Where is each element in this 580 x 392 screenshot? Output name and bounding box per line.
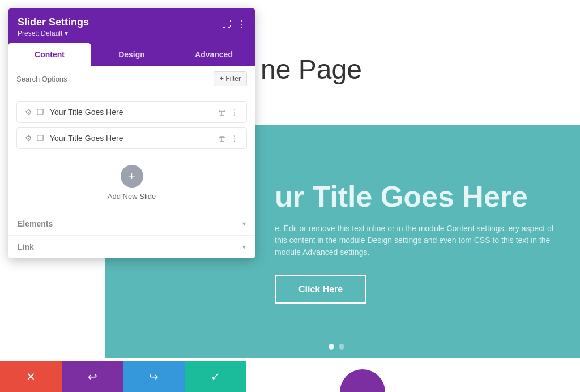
panel-title: Slider Settings <box>18 16 89 28</box>
slide-1-label: Your Title Goes Here <box>50 108 212 117</box>
delete-icon-2[interactable]: 🗑 <box>218 134 226 143</box>
page-title: ne Page <box>261 54 362 85</box>
slide-item-1: ⚙ ❐ Your Title Goes Here 🗑 ⋮ <box>16 101 247 123</box>
slides-list: ⚙ ❐ Your Title Goes Here 🗑 ⋮ ⚙ ❐ Your Ti… <box>8 92 255 154</box>
slide-2-left-icons: ⚙ ❐ <box>25 134 44 143</box>
slider-heading: ur Title Goes Here <box>275 180 528 214</box>
panel-preset[interactable]: Preset: Default ▾ <box>18 29 89 37</box>
panel-header-left: Slider Settings Preset: Default ▾ <box>18 16 89 37</box>
duplicate-icon-2[interactable]: ❐ <box>37 134 44 143</box>
duplicate-icon-1[interactable]: ❐ <box>37 108 44 117</box>
slide-2-right-icons: 🗑 ⋮ <box>218 134 238 143</box>
dot-1[interactable] <box>329 344 334 350</box>
confirm-button[interactable]: ✓ <box>185 361 246 392</box>
more-options-icon[interactable]: ⋮ <box>237 19 246 29</box>
slider-cta-button[interactable]: Click Here <box>275 275 366 304</box>
elements-chevron-icon: ▾ <box>242 220 246 228</box>
panel-header: Slider Settings Preset: Default ▾ ⛶ ⋮ <box>8 8 255 43</box>
redo-button[interactable]: ↪ <box>123 361 185 392</box>
tab-design[interactable]: Design <box>91 43 173 66</box>
panel-header-icons: ⛶ ⋮ <box>222 19 246 29</box>
resize-icon[interactable]: ⛶ <box>222 19 231 29</box>
search-input[interactable] <box>16 75 214 83</box>
tab-content[interactable]: Content <box>8 43 91 66</box>
filter-button[interactable]: + Filter <box>214 71 247 86</box>
panel-tabs: Content Design Advanced <box>8 43 255 66</box>
link-chevron-icon: ▾ <box>242 243 246 251</box>
more-icon-1[interactable]: ⋮ <box>231 108 238 117</box>
slider-body-text: e. Edit or remove this text inline or in… <box>275 223 557 258</box>
more-icon-2[interactable]: ⋮ <box>231 134 238 143</box>
section-link[interactable]: Link ▾ <box>8 235 255 258</box>
add-slide-area[interactable]: + Add New Slide <box>8 154 255 212</box>
slide-2-label: Your Title Goes Here <box>50 134 212 143</box>
slide-1-right-icons: 🗑 ⋮ <box>218 108 238 117</box>
tab-advanced[interactable]: Advanced <box>173 43 255 66</box>
undo-button[interactable]: ↩ <box>62 361 123 392</box>
settings-icon-2[interactable]: ⚙ <box>25 134 32 143</box>
slide-1-left-icons: ⚙ ❐ <box>25 108 44 117</box>
add-slide-icon: + <box>121 165 143 188</box>
add-slide-label: Add New Slide <box>108 192 156 201</box>
search-bar: + Filter <box>8 66 255 92</box>
cancel-button[interactable]: ✕ <box>0 361 62 392</box>
settings-icon-1[interactable]: ⚙ <box>25 108 32 117</box>
bottom-toolbar: ✕ ↩ ↪ ✓ <box>0 361 246 392</box>
settings-panel: Slider Settings Preset: Default ▾ ⛶ ⋮ Co… <box>8 8 255 258</box>
delete-icon-1[interactable]: 🗑 <box>218 108 226 117</box>
link-label: Link <box>18 242 34 252</box>
slide-item-2: ⚙ ❐ Your Title Goes Here 🗑 ⋮ <box>16 127 247 149</box>
slider-dots <box>329 344 344 350</box>
section-elements[interactable]: Elements ▾ <box>8 212 255 235</box>
elements-label: Elements <box>18 219 53 228</box>
dot-2[interactable] <box>339 344 344 350</box>
